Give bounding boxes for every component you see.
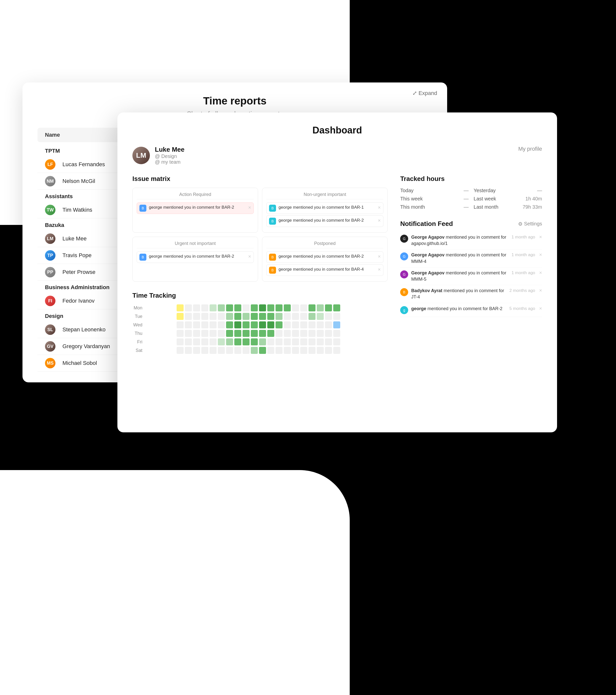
heatmap-cell [317,338,324,345]
heatmap-cell [144,347,151,354]
heatmap-cell [300,338,307,345]
issue-item-icon: B [269,267,276,274]
time-tracking-section: Time Tracking MonTueWedThuFriSat [132,292,388,354]
heatmap-cell [168,347,175,354]
issue-item[interactable]: B george mentioned you in comment for BA… [266,202,383,214]
issue-item-close[interactable]: × [378,254,381,259]
user-profile-row: LM Luke Mee @ Design @ my team My profil… [132,146,542,165]
heatmap-cell [325,321,332,328]
issue-item-close[interactable]: × [378,267,381,272]
heatmap-cell [292,313,299,320]
heatmap-day-label: Tue [132,314,142,319]
issue-item[interactable]: B george mentioned you in comment for BA… [266,251,383,263]
tracked-label: This month [400,204,425,210]
heatmap-cell [259,338,266,345]
notif-close-button[interactable]: × [539,288,542,293]
issue-item[interactable]: B george mentioned you in comment for BA… [137,251,254,263]
notif-icon: g [400,306,408,314]
heatmap-cell [226,338,233,345]
heatmap-cell [275,347,283,354]
notif-icon: G [400,252,408,260]
user-details: Luke Mee @ Design @ my team [155,146,185,165]
settings-link[interactable]: ⚙ Settings [518,221,542,227]
heatmap-cell [317,330,324,337]
heatmap-cell [160,347,167,354]
issue-item-close[interactable]: × [378,205,381,210]
heatmap-cell [193,330,200,337]
heatmap-cell [284,304,291,311]
heatmap-cell [176,321,184,328]
issue-item-icon: B [269,205,276,212]
dashboard-title: Dashboard [132,125,542,136]
notif-close-button[interactable]: × [539,270,542,276]
notif-icon: G [400,235,408,243]
heatmap-cell [193,313,200,320]
heatmap-cell [185,321,192,328]
notification-item: G George Agapov mentioned you in comment… [400,267,542,285]
heatmap-cell [267,313,274,320]
notif-close-button[interactable]: × [539,252,542,258]
issue-item-close[interactable]: × [248,205,251,210]
tracked-label: Last week [474,196,496,202]
heatmap-cell [259,313,266,320]
time-reports-title: Time reports [37,95,432,107]
heatmap-row: Fri [132,338,388,345]
heatmap-cell [292,347,299,354]
heatmap-cell [201,347,208,354]
heatmap-cell [251,304,258,311]
heatmap-cell [226,321,233,328]
heatmap-cell [275,304,283,311]
issue-matrix-section: Issue matrix Action Required B george me… [132,175,388,282]
heatmap-cell [160,338,167,345]
issue-item[interactable]: B george mentioned you in comment for BA… [266,216,383,227]
heatmap-cell [259,304,266,311]
heatmap-cell [259,321,266,328]
heatmap-cell [168,330,175,337]
heatmap-row: Mon [132,304,388,311]
heatmap-cell [317,313,324,320]
heatmap-grid: MonTueWedThuFriSat [132,304,388,354]
heatmap-cell [218,338,225,345]
heatmap-cell [201,321,208,328]
settings-label: Settings [524,221,542,227]
notif-content: George Agapov mentioned you in comment f… [411,270,509,283]
issue-item-close[interactable]: × [248,254,251,259]
expand-button[interactable]: ⤢ Expand [412,90,437,97]
notif-time: 1 month ago [512,252,535,257]
issue-item[interactable]: B george mentioned you in comment for BA… [266,265,383,276]
tracked-grid: Today—Yesterday—This week—Last week1h 40… [400,188,542,210]
heatmap-cell [308,338,315,345]
heatmap-cell [317,321,324,328]
heatmap-cell [201,313,208,320]
heatmap-cell [144,330,151,337]
heatmap-cell [234,304,241,311]
notif-close-button[interactable]: × [539,306,542,311]
tracked-row: Last week1h 40m [474,196,542,202]
heatmap-cell [242,304,250,311]
heatmap-cell [300,347,307,354]
issue-item-icon: B [139,205,147,212]
heatmap-cell [284,338,291,345]
issue-item-text: george mentioned you in comment for BAR-… [278,205,375,210]
tracked-row: This month— [400,204,468,210]
heatmap-day-label: Thu [132,331,142,336]
heatmap-cell [242,338,250,345]
my-profile-link[interactable]: My profile [518,146,542,152]
heatmap-cell [218,321,225,328]
heatmap-cell [259,330,266,337]
heatmap-cell [226,313,233,320]
notif-close-button[interactable]: × [539,234,542,240]
issue-item[interactable]: B george mentioned you in comment for BA… [137,202,254,214]
heatmap-cell [325,330,332,337]
tracked-row: Today— [400,188,468,193]
tracked-value: — [464,188,468,193]
issue-item-close[interactable]: × [378,218,381,223]
heatmap-cell [242,330,250,337]
heatmap-cell [201,304,208,311]
heatmap-cell [242,347,250,354]
user-name: Luke Mee [155,146,185,153]
expand-icon: ⤢ [412,90,417,97]
row-avatar: SL [45,324,55,335]
heatmap-cell [152,347,159,354]
heatmap-cell [160,313,167,320]
